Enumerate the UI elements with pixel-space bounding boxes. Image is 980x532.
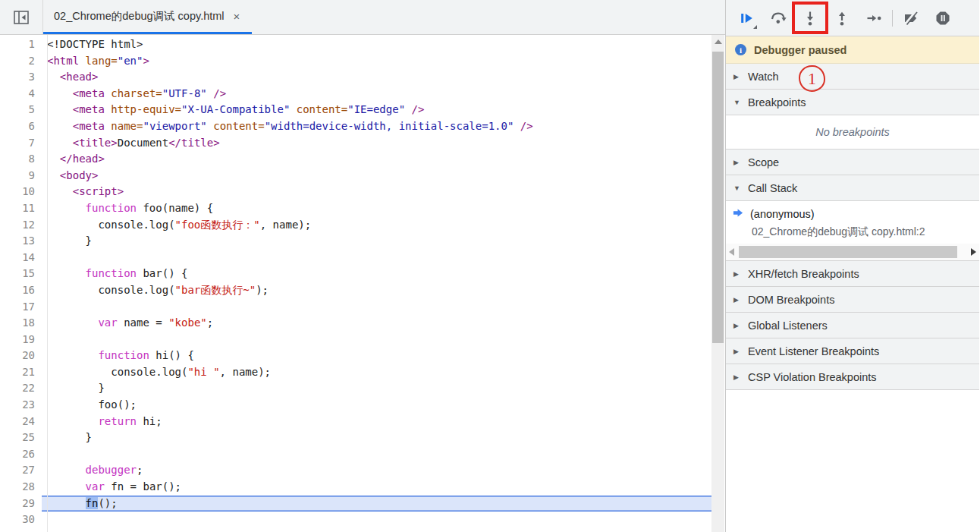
call-stack-horizontal-scrollbar[interactable] — [726, 244, 979, 261]
chevron-right-icon: ▶ — [733, 373, 741, 381]
code-line-content[interactable]: <!DOCTYPE html> — [42, 36, 711, 53]
line-number[interactable]: 16 — [0, 282, 42, 299]
code-line-content[interactable]: } — [42, 233, 711, 250]
code-line-content[interactable]: <meta http-equiv="X-UA-Compatible" conte… — [42, 102, 711, 118]
scroll-left-arrow-icon[interactable] — [729, 248, 734, 256]
code-line-content[interactable]: <meta charset="UTF-8" /> — [42, 86, 711, 102]
step-button[interactable] — [858, 2, 890, 34]
code-token: <html — [47, 55, 79, 67]
code-line-content[interactable] — [42, 512, 711, 528]
line-number[interactable]: 22 — [0, 380, 42, 397]
execution-line[interactable]: fn(); — [42, 496, 711, 512]
code-line-content[interactable]: <meta name="viewport" content="width=dev… — [42, 118, 711, 135]
line-number[interactable]: 30 — [0, 512, 42, 528]
code-line-content[interactable]: debugger; — [42, 462, 711, 479]
file-tab[interactable]: 02_Chrome的debug调试 copy.html × — [43, 0, 252, 34]
section-label: Breakpoints — [748, 96, 806, 109]
code-line-content[interactable]: console.log("bar函数执行~"); — [42, 282, 711, 299]
code-line-content[interactable] — [42, 332, 711, 348]
code-line-content[interactable] — [42, 299, 711, 316]
line-number[interactable]: 17 — [0, 299, 42, 316]
editor-vertical-scrollbar[interactable] — [711, 35, 724, 532]
frame-location[interactable]: 02_Chrome的debug调试 copy.html:2 — [726, 223, 979, 240]
info-icon: i — [735, 44, 746, 55]
code-line-content[interactable]: var fn = bar(); — [42, 479, 711, 496]
scrollbar-thumb[interactable] — [739, 246, 957, 258]
line-number[interactable]: 13 — [0, 233, 42, 250]
line-number[interactable]: 28 — [0, 479, 42, 496]
code-token: "en" — [118, 55, 143, 67]
line-number[interactable]: 15 — [0, 266, 42, 282]
line-number[interactable]: 25 — [0, 430, 42, 446]
code-line-content[interactable]: <body> — [42, 168, 711, 184]
deactivate-breakpoints-button[interactable] — [895, 2, 927, 34]
line-number[interactable]: 12 — [0, 217, 42, 234]
section-header-xhr-fetch-breakpoints[interactable]: ▶XHR/fetch Breakpoints — [726, 261, 979, 287]
line-number[interactable]: 8 — [0, 151, 42, 168]
section-header-event-listener-breakpoints[interactable]: ▶Event Listener Breakpoints — [726, 338, 979, 364]
line-number[interactable]: 23 — [0, 397, 42, 414]
step-out-button[interactable] — [826, 2, 858, 34]
code-line-content[interactable] — [42, 446, 711, 463]
step-into-button[interactable] — [794, 2, 826, 34]
resume-button[interactable] — [730, 2, 762, 34]
line-number[interactable]: 3 — [0, 69, 42, 86]
code-line-content[interactable]: console.log("hi ", name); — [42, 364, 711, 381]
line-number[interactable]: 1 — [0, 36, 42, 53]
pause-on-exceptions-button[interactable] — [927, 2, 959, 34]
section-header-csp-violation-breakpoints[interactable]: ▶CSP Violation Breakpoints — [726, 364, 979, 390]
step-over-button[interactable] — [762, 2, 794, 34]
line-number[interactable]: 14 — [0, 250, 42, 266]
line-number[interactable]: 19 — [0, 332, 42, 348]
code-line-content[interactable]: function bar() { — [42, 266, 711, 282]
code-line-content[interactable]: <script> — [42, 184, 711, 200]
section-header-breakpoints[interactable]: ▼Breakpoints — [726, 90, 979, 115]
code-line-content[interactable]: var name = "kobe"; — [42, 315, 711, 332]
line-number[interactable]: 5 — [0, 102, 42, 118]
code-line-content[interactable]: return hi; — [42, 414, 711, 430]
code-line-content[interactable]: console.log("foo函数执行：", name); — [42, 217, 711, 234]
line-number[interactable]: 10 — [0, 184, 42, 200]
section-header-global-listeners[interactable]: ▶Global Listeners — [726, 313, 979, 338]
debugger-paused-banner: iDebugger paused — [726, 36, 979, 64]
section-header-scope[interactable]: ▶Scope — [726, 150, 979, 175]
section-header-dom-breakpoints[interactable]: ▶DOM Breakpoints — [726, 287, 979, 313]
line-number[interactable]: 20 — [0, 348, 42, 364]
scrollbar-up-button[interactable] — [711, 35, 724, 48]
line-number[interactable]: 7 — [0, 135, 42, 152]
code-line-content[interactable]: } — [42, 380, 711, 397]
code-token: charset= — [111, 87, 162, 99]
code-token: return — [98, 415, 137, 427]
code-line-content[interactable]: } — [42, 430, 711, 446]
code-line-content[interactable]: <head> — [42, 69, 711, 86]
section-header-watch[interactable]: ▶Watch — [726, 64, 979, 90]
code-line: 27 debugger; — [0, 462, 711, 479]
code-line-content[interactable]: </head> — [42, 151, 711, 168]
code-line-content[interactable]: function foo(name) { — [42, 200, 711, 217]
close-icon[interactable]: × — [234, 11, 240, 22]
line-number[interactable]: 26 — [0, 446, 42, 463]
line-number[interactable]: 21 — [0, 364, 42, 381]
line-number[interactable]: 2 — [0, 53, 42, 70]
scroll-right-arrow-icon[interactable] — [971, 248, 976, 256]
code-line-content[interactable]: foo(); — [42, 397, 711, 414]
line-number[interactable]: 27 — [0, 462, 42, 479]
line-number[interactable]: 29 — [0, 496, 42, 512]
code-line-content[interactable]: function hi() { — [42, 348, 711, 364]
code-line: 29 fn(); — [0, 496, 711, 512]
code-line-content[interactable] — [42, 250, 711, 266]
code-editor[interactable]: 1<!DOCTYPE html>2<html lang="en">3 <head… — [0, 35, 711, 532]
line-number[interactable]: 4 — [0, 86, 42, 102]
code-line-content[interactable]: <title>Document</title> — [42, 135, 711, 152]
scrollbar-thumb[interactable] — [712, 52, 724, 343]
line-number[interactable]: 24 — [0, 414, 42, 430]
code-line-content[interactable]: <html lang="en"> — [42, 53, 711, 70]
no-breakpoints-message: No breakpoints — [726, 115, 979, 150]
navigator-toggle-button[interactable] — [0, 0, 43, 34]
call-stack-frame[interactable]: (anonymous) — [726, 205, 979, 223]
line-number[interactable]: 18 — [0, 315, 42, 332]
section-header-call-stack[interactable]: ▼Call Stack — [726, 175, 979, 201]
line-number[interactable]: 9 — [0, 168, 42, 184]
line-number[interactable]: 6 — [0, 118, 42, 135]
line-number[interactable]: 11 — [0, 200, 42, 217]
